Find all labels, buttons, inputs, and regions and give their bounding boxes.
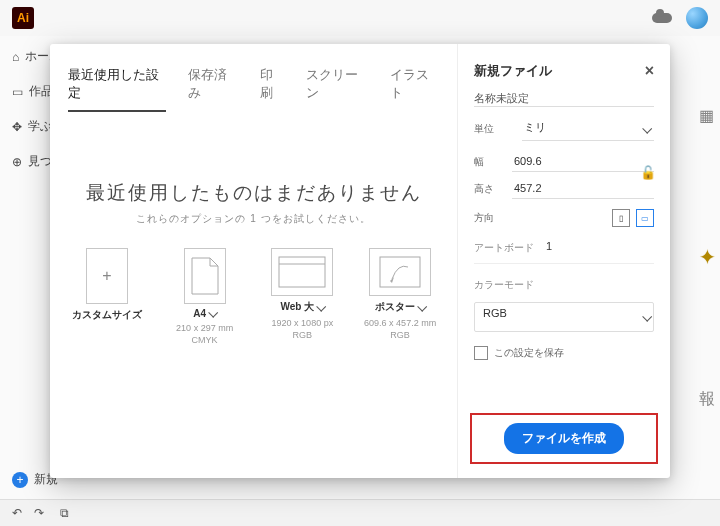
preset-category-tabs: 最近使用した設定 保存済み 印刷 スクリーン イラスト [68, 44, 439, 112]
preset-mode: RGB [364, 330, 436, 342]
chevron-down-icon [316, 301, 326, 311]
colormode-label: カラーモード [474, 278, 654, 292]
svg-rect-1 [279, 257, 325, 287]
preset-label: A4 [193, 308, 206, 319]
document-name-input[interactable] [474, 90, 654, 107]
app-topbar: Ai [0, 0, 720, 37]
preset-poster[interactable]: ポスター 609.6 x 457.2 mm RGB [361, 248, 439, 346]
unit-value: ミリ [522, 117, 654, 141]
dialog-settings-pane: 新規ファイル × 単位 ミリ 幅 高さ � [457, 44, 670, 478]
tab-print[interactable]: 印刷 [260, 66, 285, 112]
artboards-label: アートボード [474, 241, 534, 255]
chevron-down-icon [208, 308, 218, 318]
save-preset-label: この設定を保存 [494, 346, 564, 360]
dialog-presets-pane: 最近使用した設定 保存済み 印刷 スクリーン イラスト 最近使用したものはまだあ… [50, 44, 457, 478]
preset-label: カスタムサイズ [72, 308, 142, 322]
presets-empty-state: 最近使用したものはまだありません これらのオプションの 1 つをお試しください。 [68, 180, 439, 226]
orientation-portrait[interactable]: ▯ [612, 209, 630, 227]
brush-icon [378, 255, 422, 289]
preset-label: Web 大 [281, 300, 315, 314]
preset-thumb-poster [369, 248, 431, 296]
colormode-value: RGB [474, 302, 654, 332]
width-label: 幅 [474, 155, 504, 169]
cloud-sync-icon[interactable] [652, 13, 672, 23]
preset-thumb-custom [86, 248, 128, 304]
preset-size: 1920 x 1080 px [272, 318, 334, 330]
checkbox-icon [474, 346, 488, 360]
height-input[interactable] [512, 178, 654, 199]
svg-rect-3 [380, 257, 420, 287]
preset-thumb-web [271, 248, 333, 296]
save-preset-checkbox[interactable]: この設定を保存 [474, 346, 654, 360]
artboards-value: 1 [546, 240, 552, 252]
page-icon [190, 256, 220, 296]
tab-saved[interactable]: 保存済み [188, 66, 237, 112]
preset-thumb-a4 [184, 248, 226, 304]
empty-state-subtitle: これらのオプションの 1 つをお試しください。 [68, 212, 439, 226]
avatar[interactable] [686, 7, 708, 29]
browser-icon [277, 255, 327, 289]
create-button-highlight: ファイルを作成 [470, 413, 658, 464]
chevron-down-icon [417, 301, 427, 311]
app-logo-illustrator: Ai [12, 7, 34, 29]
preset-size: 609.6 x 457.2 mm [364, 318, 436, 330]
lock-aspect-icon[interactable]: 🔓 [640, 165, 656, 180]
tab-screen[interactable]: スクリーン [306, 66, 368, 112]
preset-custom[interactable]: カスタムサイズ [68, 248, 146, 346]
tab-recent[interactable]: 最近使用した設定 [68, 66, 166, 112]
preset-row: カスタムサイズ A4 210 x 297 m [68, 248, 439, 346]
orientation-landscape[interactable]: ▭ [636, 209, 654, 227]
close-icon[interactable]: × [645, 63, 654, 79]
create-file-button[interactable]: ファイルを作成 [504, 423, 624, 454]
svg-marker-0 [192, 258, 218, 294]
preset-mode: RGB [272, 330, 334, 342]
unit-select[interactable]: ミリ [522, 117, 654, 141]
unit-label: 単位 [474, 122, 514, 136]
panel-title: 新規ファイル [474, 62, 552, 80]
new-file-dialog: 最近使用した設定 保存済み 印刷 スクリーン イラスト 最近使用したものはまだあ… [50, 44, 670, 478]
colormode-select[interactable]: RGB [474, 302, 654, 332]
modal-overlay: 最近使用した設定 保存済み 印刷 スクリーン イラスト 最近使用したものはまだあ… [0, 36, 720, 526]
orientation-label: 方向 [474, 211, 514, 225]
preset-web-large[interactable]: Web 大 1920 x 1080 px RGB [264, 248, 342, 346]
preset-label: ポスター [375, 300, 415, 314]
preset-mode: CMYK [176, 335, 233, 347]
height-label: 高さ [474, 182, 504, 196]
preset-a4[interactable]: A4 210 x 297 mm CMYK [166, 248, 244, 346]
tab-illustration[interactable]: イラスト [390, 66, 439, 112]
width-input[interactable] [512, 151, 654, 172]
empty-state-title: 最近使用したものはまだありません [68, 180, 439, 206]
preset-size: 210 x 297 mm [176, 323, 233, 335]
